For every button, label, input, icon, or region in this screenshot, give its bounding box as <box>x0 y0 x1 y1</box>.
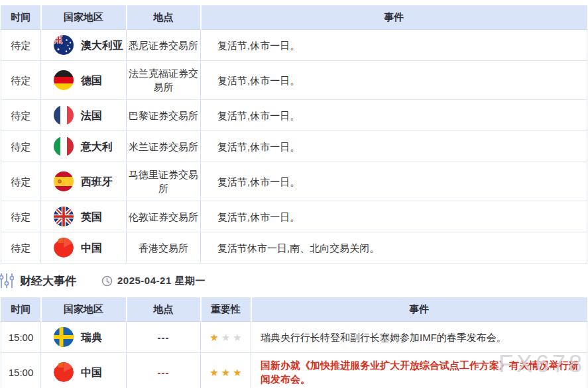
location-cell: --- <box>127 322 201 353</box>
section-title: 财经大事件 <box>20 273 76 289</box>
star-filled-icon: ★ <box>209 332 218 343</box>
events-table-row: 15:00 中国 --- ★★★ 国新办就《加快推进服务业扩大开放综合试点工作方… <box>1 353 587 388</box>
country-cell: 中国 <box>41 353 127 388</box>
it-flag-icon <box>54 136 74 156</box>
es-flag-icon <box>54 171 74 191</box>
section-header: 财经大事件 2025-04-21 星期一 <box>0 264 588 297</box>
time-cell: 待定 <box>1 30 41 61</box>
country-name: 法国 <box>81 109 102 122</box>
country-cell: 法国 <box>41 100 127 131</box>
location-cell: 巴黎证券交易所 <box>127 100 201 131</box>
events-section-icon <box>0 272 14 289</box>
location-cell: 伦敦证券交易所 <box>127 201 201 232</box>
header-event: 事件 <box>251 298 587 322</box>
country-cell: 瑞典 <box>41 322 127 353</box>
header-country: 国家地区 <box>41 6 127 30</box>
time-cell: 待定 <box>1 162 41 201</box>
star-filled-icon: ★ <box>209 367 218 378</box>
holiday-table-header-row: 时间 国家地区 地点 事件 <box>1 6 587 30</box>
event-cell: 复活节,休市一日。 <box>201 61 587 100</box>
country-name: 英国 <box>81 210 102 224</box>
event-cell: 国新办就《加快推进服务业扩大开放综合试点工作方案》有关情况举行新闻发布会。 <box>251 353 587 388</box>
country-cell: 德国 <box>41 61 127 100</box>
fr-flag-icon <box>54 105 74 125</box>
time-cell: 待定 <box>1 61 41 100</box>
event-cell: 复活节休市一日,南、北向交易关闭。 <box>201 232 587 264</box>
event-date: 2025-04-21 星期一 <box>117 275 206 287</box>
country-name: 意大利 <box>81 140 113 154</box>
events-table: 时间 国家地区 地点 重要性 事件 15:00 瑞典 --- ★★★ 瑞典央行行… <box>1 297 587 388</box>
au-flag-icon <box>54 35 74 55</box>
location-cell: 香港交易所 <box>127 232 201 264</box>
cn-flag-icon <box>54 362 74 382</box>
country-cell: 英国 <box>41 201 127 232</box>
event-cell: 复活节,休市一日。 <box>201 30 587 61</box>
country-cell: 意大利 <box>41 131 127 162</box>
gb-flag-icon <box>54 207 74 226</box>
importance-stars: ★★★ <box>201 322 251 353</box>
event-cell: 复活节,休市一日。 <box>201 100 587 131</box>
holiday-table-row: 待定 法国 巴黎证券交易所 复活节,休市一日。 <box>1 100 587 131</box>
header-location: 地点 <box>127 298 201 322</box>
country-name: 西班牙 <box>81 175 113 189</box>
de-flag-icon <box>54 70 74 90</box>
se-flag-icon <box>54 327 74 347</box>
country-name: 澳大利亚 <box>81 38 123 52</box>
cn-flag-icon <box>54 238 74 258</box>
holiday-table-row: 待定 意大利 米兰证券交易所 复活节,休市一日。 <box>1 131 587 162</box>
time-cell: 待定 <box>1 100 41 131</box>
star-empty-icon: ★ <box>233 332 241 343</box>
star-filled-icon: ★ <box>233 367 241 378</box>
time-cell: 15:00 <box>1 353 41 388</box>
location-cell: 米兰证券交易所 <box>127 131 201 162</box>
time-cell: 待定 <box>1 232 41 264</box>
country-name: 中国 <box>81 241 102 255</box>
holiday-table-row: 待定 西班牙 马德里证券交易所 复活节,休市一日。 <box>1 162 587 201</box>
country-cell: 澳大利亚 <box>41 30 127 61</box>
holiday-table: 时间 国家地区 地点 事件 待定 澳大利亚 悉尼证券交易所 复活节,休市一日。 <box>1 5 587 264</box>
time-cell: 待定 <box>1 131 41 162</box>
header-event: 事件 <box>201 6 587 30</box>
clock-icon <box>101 275 113 287</box>
event-cell: 复活节,休市一日。 <box>201 162 587 201</box>
holiday-table-row: 待定 英国 伦敦证券交易所 复活节,休市一日。 <box>1 201 587 232</box>
star-empty-icon: ★ <box>221 332 230 343</box>
country-name: 德国 <box>81 73 102 87</box>
country-name: 中国 <box>81 365 102 379</box>
location-cell: 法兰克福证券交易所 <box>127 61 201 100</box>
time-cell: 15:00 <box>1 322 41 353</box>
importance-stars: ★★★ <box>201 353 251 388</box>
star-filled-icon: ★ <box>221 367 230 378</box>
time-cell: 待定 <box>1 201 41 232</box>
holiday-table-row: 待定 中国 香港交易所 复活节休市一日,南、北向交易关闭。 <box>1 232 587 264</box>
events-table-header-row: 时间 国家地区 地点 重要性 事件 <box>1 298 587 322</box>
holiday-table-row: 待定 澳大利亚 悉尼证券交易所 复活节,休市一日。 <box>1 30 587 61</box>
holiday-table-row: 待定 德国 法兰克福证券交易所 复活节,休市一日。 <box>1 61 587 100</box>
location-cell: --- <box>127 353 201 388</box>
header-time: 时间 <box>1 6 41 30</box>
country-name: 瑞典 <box>81 330 102 344</box>
country-cell: 西班牙 <box>41 162 127 201</box>
event-cell: 复活节,休市一日。 <box>201 131 587 162</box>
location-cell: 悉尼证券交易所 <box>127 30 201 61</box>
events-table-row: 15:00 瑞典 --- ★★★ 瑞典央行行长特登和副行长塞姆参加IMF的春季发… <box>1 322 587 353</box>
header-country: 国家地区 <box>41 298 127 322</box>
event-cell: 瑞典央行行长特登和副行长塞姆参加IMF的春季发布会。 <box>251 322 587 353</box>
location-cell: 马德里证券交易所 <box>127 162 201 201</box>
header-location: 地点 <box>127 6 201 30</box>
header-importance: 重要性 <box>201 298 251 322</box>
header-time: 时间 <box>1 298 41 322</box>
event-cell: 复活节,休市一日。 <box>201 201 587 232</box>
country-cell: 中国 <box>41 232 127 264</box>
